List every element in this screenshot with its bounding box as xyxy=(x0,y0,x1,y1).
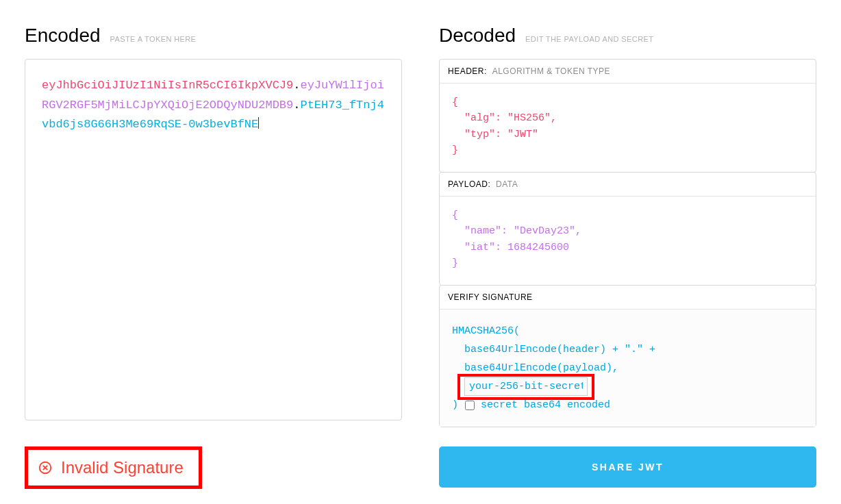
decoded-title-row: Decoded EDIT THE PAYLOAD AND SECRET xyxy=(439,25,816,47)
decoded-header-content[interactable]: { "alg": "HS256", "typ": "JWT" } xyxy=(440,84,816,172)
sig-line-3: base64UrlEncode(payload), xyxy=(452,359,803,377)
token-header-segment: eyJhbGciOiJIUzI1NiIsInR5cCI6IkpXVCJ9 xyxy=(42,79,293,92)
decoded-title: Decoded xyxy=(439,25,516,47)
sig-line-1: HMACSHA256( xyxy=(452,322,803,340)
decoded-payload-content[interactable]: { "name": "DevDay23", "iat": 1684245600 … xyxy=(440,197,816,285)
decoded-payload-panel: PAYLOAD: DATA { "name": "DevDay23", "iat… xyxy=(439,172,816,286)
token-dot-1: . xyxy=(293,79,300,92)
decoded-payload-label: PAYLOAD: DATA xyxy=(440,173,816,197)
decoded-payload-label-prefix: PAYLOAD: xyxy=(448,179,490,189)
encoded-title-row: Encoded PASTE A TOKEN HERE xyxy=(25,25,402,47)
decoded-header-label-prefix: HEADER: xyxy=(448,66,487,76)
encoded-column: Encoded PASTE A TOKEN HERE eyJhbGciOiJIU… xyxy=(25,25,402,427)
decoded-subtitle: EDIT THE PAYLOAD AND SECRET xyxy=(525,35,653,43)
signature-formula: HMACSHA256( base64UrlEncode(header) + ".… xyxy=(440,310,816,427)
decoded-signature-label: VERIFY SIGNATURE xyxy=(440,286,816,310)
secret-base64-label: secret base64 encoded xyxy=(481,396,610,414)
signature-status: Invalid Signature xyxy=(25,446,202,489)
sig-close-paren: ) xyxy=(452,396,458,414)
signature-status-text: Invalid Signature xyxy=(61,458,184,477)
decoded-header-panel: HEADER: ALGORITHM & TOKEN TYPE { "alg": … xyxy=(439,59,816,173)
decoded-payload-label-grey: DATA xyxy=(496,179,518,189)
decoded-header-label: HEADER: ALGORITHM & TOKEN TYPE xyxy=(440,60,816,84)
secret-base64-checkbox[interactable] xyxy=(465,401,475,410)
encoded-subtitle: PASTE A TOKEN HERE xyxy=(110,35,197,43)
token-dot-2: . xyxy=(293,99,300,112)
text-cursor-icon xyxy=(258,117,259,129)
error-circle-icon xyxy=(38,460,53,475)
sig-line-2: base64UrlEncode(header) + "." + xyxy=(452,340,803,359)
share-jwt-button[interactable]: SHARE JWT xyxy=(439,446,816,488)
encoded-title: Encoded xyxy=(25,25,101,47)
decoded-header-label-grey: ALGORITHM & TOKEN TYPE xyxy=(492,66,610,76)
decoded-column: Decoded EDIT THE PAYLOAD AND SECRET HEAD… xyxy=(439,25,816,427)
decoded-signature-panel: VERIFY SIGNATURE HMACSHA256( base64UrlEn… xyxy=(439,285,816,427)
encoded-token-input[interactable]: eyJhbGciOiJIUzI1NiIsInR5cCI6IkpXVCJ9.eyJ… xyxy=(25,59,402,420)
secret-input[interactable] xyxy=(464,377,588,396)
